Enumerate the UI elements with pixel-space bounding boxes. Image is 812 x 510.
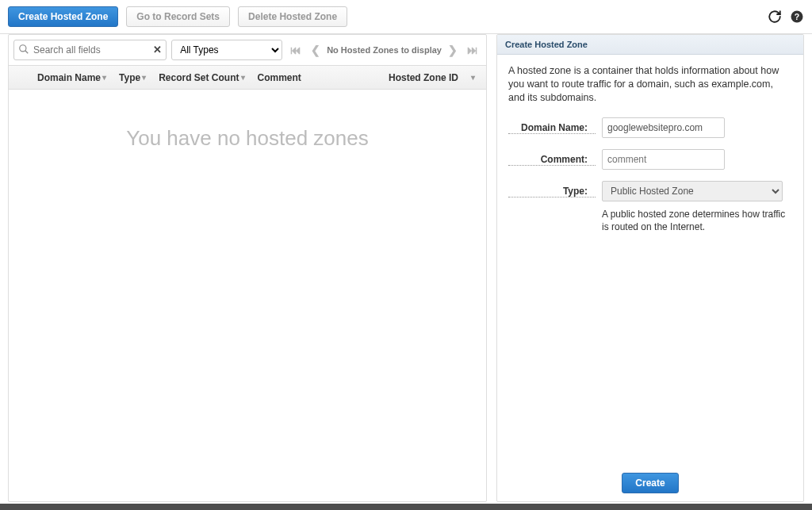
col-type[interactable]: Type▾ (113, 72, 152, 83)
pager-prev-icon[interactable]: ❮ (308, 42, 324, 58)
empty-message: You have no hosted zones (9, 126, 486, 151)
search-input[interactable] (13, 40, 167, 60)
create-hosted-zone-button[interactable]: Create Hosted Zone (8, 6, 118, 27)
svg-text:?: ? (795, 12, 799, 21)
bottom-bar (0, 504, 812, 510)
col-hosted-zone-id[interactable]: Hosted Zone ID▾ (382, 72, 481, 83)
delete-hosted-zone-button[interactable]: Delete Hosted Zone (238, 6, 347, 27)
pager-status: No Hosted Zones to display (327, 45, 442, 55)
col-domain-name[interactable]: Domain Name▾ (31, 72, 113, 83)
domain-name-input[interactable] (602, 117, 725, 138)
pager-first-icon[interactable]: ⏮ (287, 42, 304, 58)
col-comment[interactable]: Comment (251, 72, 382, 83)
search-icon (18, 44, 29, 55)
type-helper-text: A public hosted zone determines how traf… (602, 208, 792, 233)
top-toolbar: Create Hosted Zone Go to Record Sets Del… (0, 0, 812, 33)
clear-search-icon[interactable]: ✕ (153, 44, 162, 56)
hosted-zones-pane: ✕ All Types ⏮ ❮ No Hosted Zones to displ… (8, 34, 487, 502)
create-button[interactable]: Create (622, 473, 678, 493)
col-record-set-count[interactable]: Record Set Count▾ (152, 72, 251, 83)
comment-input[interactable] (602, 149, 725, 170)
pager: ⏮ ❮ No Hosted Zones to display ❯ ⏭ (287, 42, 481, 58)
refresh-icon[interactable] (768, 10, 782, 24)
filter-row: ✕ All Types ⏮ ❮ No Hosted Zones to displ… (9, 35, 486, 66)
type-filter-select[interactable]: All Types (171, 40, 282, 60)
create-hosted-zone-panel: Create Hosted Zone A hosted zone is a co… (496, 34, 804, 502)
help-icon[interactable]: ? (790, 10, 804, 24)
svg-line-3 (25, 51, 29, 54)
type-select[interactable]: Public Hosted Zone (602, 181, 783, 201)
pager-next-icon[interactable]: ❯ (445, 42, 461, 58)
svg-point-2 (20, 45, 26, 52)
right-panel-description: A hosted zone is a container that holds … (497, 55, 803, 109)
go-to-record-sets-button[interactable]: Go to Record Sets (126, 6, 230, 27)
label-comment: Comment: (508, 149, 596, 166)
column-headers: Domain Name▾ Type▾ Record Set Count▾ Com… (9, 66, 486, 90)
right-panel-title: Create Hosted Zone (497, 35, 803, 55)
label-type: Type: (508, 181, 596, 197)
pager-last-icon[interactable]: ⏭ (464, 42, 481, 58)
label-domain-name: Domain Name: (508, 117, 596, 134)
